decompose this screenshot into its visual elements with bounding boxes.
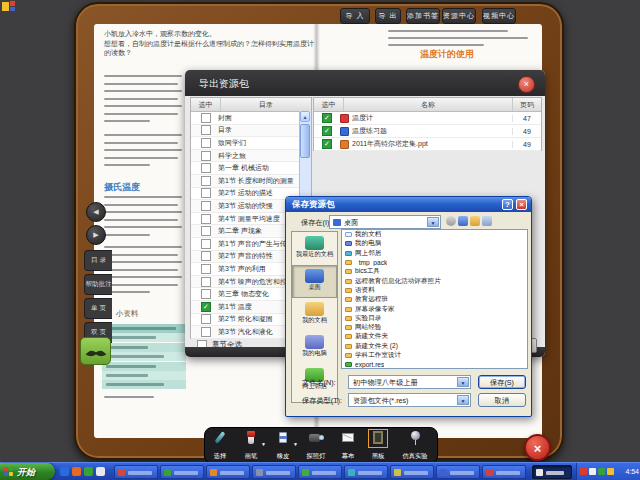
- taskbar-window-button-6[interactable]: [390, 465, 434, 479]
- chevron-down-icon[interactable]: ▼: [457, 395, 469, 405]
- tray-icon-0[interactable]: [580, 468, 587, 475]
- side-tab-2[interactable]: 单 页: [84, 298, 112, 319]
- chapter-checkbox[interactable]: [201, 176, 211, 186]
- col-selected[interactable]: 选中: [191, 98, 221, 111]
- tray-icon-3[interactable]: [607, 468, 614, 475]
- views-icon[interactable]: [482, 216, 492, 226]
- file-list-item[interactable]: export.res: [342, 360, 527, 369]
- tool-5[interactable]: 黑板: [363, 428, 393, 463]
- chapter-checkbox[interactable]: [201, 201, 211, 211]
- tool-2[interactable]: ▼橡皮: [267, 428, 299, 463]
- chapter-checkbox[interactable]: [201, 314, 211, 324]
- resource-checkbox[interactable]: ✓: [322, 113, 332, 123]
- page-back-button[interactable]: ◀: [86, 202, 106, 222]
- taskbar-window-button-8[interactable]: [482, 465, 526, 479]
- file-list-item[interactable]: 我的文档: [342, 230, 527, 239]
- resource-checkbox[interactable]: ✓: [322, 126, 332, 136]
- file-list-item[interactable]: 语资料: [342, 286, 527, 295]
- side-tab-1[interactable]: 帮助批注: [84, 274, 112, 295]
- tray-icon-1[interactable]: [589, 468, 596, 475]
- tool-1[interactable]: ▼画笔: [235, 428, 267, 463]
- top-button-4[interactable]: 视频中心: [482, 8, 516, 24]
- cancel-button[interactable]: 取消: [478, 393, 526, 407]
- file-list-item[interactable]: 实验目录: [342, 314, 527, 323]
- file-list-item[interactable]: 教育远程班: [342, 295, 527, 304]
- chevron-down-icon[interactable]: ▼: [427, 217, 439, 227]
- side-tab-0[interactable]: 目 录: [84, 250, 112, 271]
- back-icon[interactable]: [446, 216, 456, 226]
- chapter-row[interactable]: 封面: [191, 112, 311, 125]
- file-list-item[interactable]: 新建文件夹: [342, 332, 527, 341]
- close-icon[interactable]: ×: [518, 76, 535, 93]
- quick-launch-icon-2[interactable]: [84, 467, 93, 476]
- scrollbar-thumb[interactable]: [300, 124, 310, 158]
- file-list-item[interactable]: _tmp_pack: [342, 258, 527, 267]
- chapter-row[interactable]: 第1节 长度和时间的测量: [191, 175, 311, 188]
- chapter-checkbox[interactable]: [201, 327, 211, 337]
- taskbar-window-button-0[interactable]: [114, 465, 158, 479]
- chapter-row[interactable]: 致同学们: [191, 137, 311, 150]
- col-name[interactable]: 名称: [344, 98, 513, 111]
- place-computer[interactable]: 我的电脑: [292, 331, 337, 364]
- place-recent[interactable]: 我最近的文档: [292, 232, 337, 265]
- chapter-checkbox[interactable]: [201, 138, 211, 148]
- taskbar-clock[interactable]: 4:54: [625, 468, 639, 475]
- file-list-item[interactable]: bics工具: [342, 267, 527, 276]
- file-list-item[interactable]: 网站经验: [342, 323, 527, 332]
- scroll-up-icon[interactable]: ▲: [300, 111, 310, 122]
- help-icon[interactable]: ?: [502, 199, 513, 210]
- tool-3[interactable]: 探照灯: [299, 428, 333, 463]
- chapter-checkbox[interactable]: [201, 289, 211, 299]
- app-close-button[interactable]: ×: [524, 434, 551, 461]
- tray-icon-2[interactable]: [598, 468, 605, 475]
- col-name[interactable]: 目录: [221, 98, 311, 111]
- top-button-2[interactable]: 添加书签: [406, 8, 440, 24]
- chapter-checkbox[interactable]: [201, 125, 211, 135]
- file-list-item[interactable]: 网上邻居: [342, 249, 527, 258]
- tool-0[interactable]: 选择: [205, 428, 235, 463]
- file-list-item[interactable]: 屏幕录像专家: [342, 304, 527, 313]
- taskbar-window-button-3[interactable]: [252, 465, 296, 479]
- new-folder-icon[interactable]: [470, 216, 480, 226]
- chapter-checkbox[interactable]: [201, 239, 211, 249]
- place-docs[interactable]: 我的文档: [292, 298, 337, 331]
- taskbar-window-button-4[interactable]: [298, 465, 342, 479]
- place-desktop[interactable]: 桌面: [292, 265, 337, 298]
- chapter-checkbox[interactable]: [201, 277, 211, 287]
- save-button[interactable]: 保存(S): [478, 375, 526, 389]
- chapter-checkbox[interactable]: [201, 188, 211, 198]
- tool-6[interactable]: 仿真实验: [393, 428, 437, 463]
- close-icon[interactable]: ×: [516, 199, 527, 210]
- top-button-1[interactable]: 导 出: [375, 8, 401, 24]
- up-folder-icon[interactable]: [458, 216, 468, 226]
- chapter-checkbox[interactable]: [201, 251, 211, 261]
- top-button-3[interactable]: 资源中心: [442, 8, 476, 24]
- quick-launch-icon-1[interactable]: [72, 467, 81, 476]
- top-button-0[interactable]: 导 入: [340, 8, 370, 24]
- chevron-down-icon[interactable]: ▼: [261, 441, 266, 447]
- chapter-checkbox[interactable]: [201, 226, 211, 236]
- resource-checkbox[interactable]: ✓: [322, 139, 332, 149]
- taskbar-window-button-1[interactable]: [160, 465, 204, 479]
- save-in-combobox[interactable]: 桌面 ▼: [329, 215, 441, 229]
- page-forward-button[interactable]: ▶: [86, 225, 106, 245]
- col-page[interactable]: 页码: [513, 98, 541, 111]
- start-button[interactable]: 开始: [0, 463, 55, 480]
- chapter-checkbox[interactable]: [201, 113, 211, 123]
- chapter-row[interactable]: 第一章 机械运动: [191, 162, 311, 175]
- annotation-tab[interactable]: [80, 337, 111, 365]
- taskbar-window-button-5[interactable]: [344, 465, 388, 479]
- chapter-row[interactable]: 科学之旅: [191, 150, 311, 163]
- resource-row[interactable]: ✓温度计47: [314, 112, 541, 125]
- resource-row[interactable]: ✓温度练习题49: [314, 125, 541, 138]
- filename-input[interactable]: 初中物理八年级上册 ▼: [348, 375, 471, 389]
- col-selected[interactable]: 选中: [314, 98, 344, 111]
- chapter-row[interactable]: 目录: [191, 125, 311, 138]
- taskbar-window-button-7[interactable]: [436, 465, 480, 479]
- chapter-checkbox[interactable]: [201, 214, 211, 224]
- taskbar-window-button-2[interactable]: [206, 465, 250, 479]
- quick-launch-icon-0[interactable]: [60, 467, 69, 476]
- quick-launch-icon-3[interactable]: [96, 467, 105, 476]
- chevron-down-icon[interactable]: ▼: [293, 441, 298, 447]
- chevron-down-icon[interactable]: ▼: [457, 377, 469, 387]
